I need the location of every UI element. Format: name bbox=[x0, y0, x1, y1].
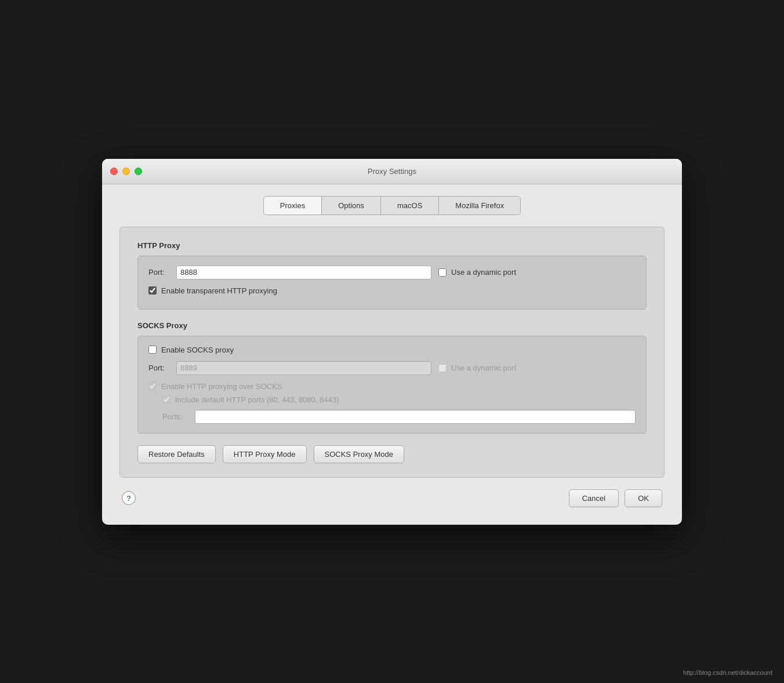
tab-macos[interactable]: macOS bbox=[381, 197, 439, 215]
cancel-button[interactable]: Cancel bbox=[569, 489, 619, 507]
http-port-row: Port: Use a dynamic port bbox=[148, 266, 636, 279]
watermark: http://blog.csdn.net/dickaccount bbox=[683, 669, 772, 676]
traffic-lights bbox=[110, 168, 142, 175]
socks-http-over-label: Enable HTTP proxying over SOCKS bbox=[161, 382, 282, 391]
http-dynamic-port-label: Use a dynamic port bbox=[451, 268, 516, 277]
socks-enable-row: Enable SOCKS proxy bbox=[148, 346, 636, 354]
socks-proxy-label: SOCKS Proxy bbox=[137, 321, 647, 330]
bottom-right-buttons: Cancel OK bbox=[569, 489, 662, 507]
minimize-button[interactable] bbox=[122, 168, 130, 175]
title-bar: Proxy Settings bbox=[102, 159, 682, 184]
window-title: Proxy Settings bbox=[368, 167, 416, 176]
tab-mozilla-firefox[interactable]: Mozilla Firefox bbox=[439, 197, 520, 215]
socks-dynamic-port-row: Use a dynamic port bbox=[438, 364, 516, 372]
socks-http-over-checkbox[interactable] bbox=[148, 382, 157, 390]
proxy-settings-window: Proxy Settings Proxies Options macOS Moz… bbox=[102, 159, 682, 525]
http-proxy-box: Port: Use a dynamic port Enable transpar… bbox=[137, 256, 647, 310]
http-port-label: Port: bbox=[148, 268, 169, 277]
http-port-input[interactable] bbox=[176, 266, 431, 279]
socks-ports-label: Ports: bbox=[162, 412, 188, 421]
help-icon: ? bbox=[126, 494, 131, 503]
socks-port-label: Port: bbox=[148, 364, 169, 372]
action-button-row: Restore Defaults HTTP Proxy Mode SOCKS P… bbox=[137, 445, 647, 463]
socks-ports-input[interactable] bbox=[195, 410, 636, 424]
help-button[interactable]: ? bbox=[122, 491, 136, 505]
main-panel: HTTP Proxy Port: Use a dynamic port Enab… bbox=[119, 227, 665, 478]
http-proxy-mode-button[interactable]: HTTP Proxy Mode bbox=[223, 445, 307, 463]
http-transparent-label: Enable transparent HTTP proxying bbox=[161, 286, 277, 295]
http-transparent-checkbox[interactable] bbox=[148, 286, 157, 295]
tab-proxies[interactable]: Proxies bbox=[264, 197, 322, 215]
socks-enable-label: Enable SOCKS proxy bbox=[161, 346, 234, 354]
http-dynamic-port-row: Use a dynamic port bbox=[438, 268, 516, 277]
http-transparent-row: Enable transparent HTTP proxying bbox=[148, 286, 636, 295]
maximize-button[interactable] bbox=[135, 168, 142, 175]
tab-bar: Proxies Options macOS Mozilla Firefox bbox=[119, 196, 665, 215]
socks-dynamic-port-label: Use a dynamic port bbox=[451, 364, 516, 372]
socks-dynamic-port-checkbox[interactable] bbox=[438, 364, 447, 372]
bottom-row: ? Cancel OK bbox=[119, 489, 665, 507]
close-button[interactable] bbox=[110, 168, 118, 175]
socks-port-row: Port: Use a dynamic port bbox=[148, 361, 636, 375]
socks-ports-row: Ports: bbox=[162, 410, 636, 424]
http-dynamic-port-checkbox[interactable] bbox=[438, 268, 447, 277]
http-proxy-label: HTTP Proxy bbox=[137, 241, 647, 250]
socks-port-input[interactable] bbox=[176, 361, 431, 375]
window-content: Proxies Options macOS Mozilla Firefox HT… bbox=[102, 184, 682, 525]
tab-options[interactable]: Options bbox=[322, 197, 381, 215]
socks-proxy-box: Enable SOCKS proxy Port: Use a dynamic p… bbox=[137, 336, 647, 434]
socks-include-default-label: Include default HTTP ports (80, 443, 808… bbox=[175, 395, 339, 404]
tab-container: Proxies Options macOS Mozilla Firefox bbox=[263, 196, 521, 215]
ok-button[interactable]: OK bbox=[625, 489, 662, 507]
socks-http-over-row: Enable HTTP proxying over SOCKS bbox=[148, 382, 636, 391]
socks-include-default-checkbox[interactable] bbox=[162, 395, 170, 404]
restore-defaults-button[interactable]: Restore Defaults bbox=[137, 445, 216, 463]
socks-enable-checkbox[interactable] bbox=[148, 346, 157, 354]
socks-proxy-mode-button[interactable]: SOCKS Proxy Mode bbox=[314, 445, 405, 463]
socks-include-default-row: Include default HTTP ports (80, 443, 808… bbox=[162, 395, 636, 404]
